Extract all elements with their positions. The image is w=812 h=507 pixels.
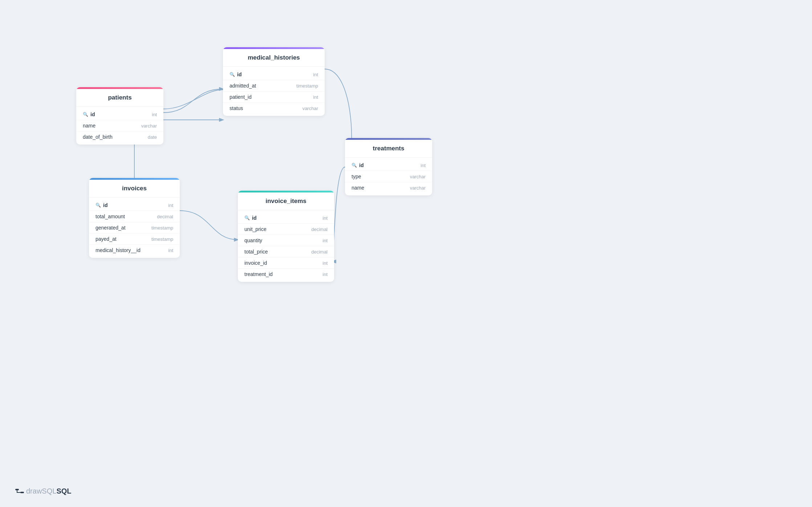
logo-draw-text: drawSQL xyxy=(26,487,56,495)
field-name: quantity xyxy=(244,238,262,243)
field-name: patient_id xyxy=(230,94,252,100)
field-name: admitted_at xyxy=(230,83,256,89)
field-name: total_price xyxy=(244,249,268,255)
table-title-invoice-items: invoice_items xyxy=(238,192,334,210)
field-name: unit_price xyxy=(244,226,267,232)
table-medical-histories[interactable]: medical_histories 🔍 id int admitted_at t… xyxy=(223,47,325,116)
canvas: patients 🔍 id int name varchar date_of_b… xyxy=(0,0,812,507)
field-type: int xyxy=(322,238,328,243)
field-type: int xyxy=(168,203,173,208)
field-name: invoice_id xyxy=(244,260,267,266)
logo-icon xyxy=(15,486,25,496)
table-row[interactable]: 🔍 id int xyxy=(223,69,325,80)
table-row[interactable]: status varchar xyxy=(223,103,325,114)
field-name: status xyxy=(230,105,243,111)
table-rows-invoices: 🔍 id int total_amount decimal generated_… xyxy=(89,198,180,258)
field-name: total_amount xyxy=(96,214,125,219)
pk-icon: 🔍 xyxy=(244,215,250,220)
pk-icon: 🔍 xyxy=(230,72,235,77)
logo-text: drawSQLSQL xyxy=(26,487,72,495)
table-row[interactable]: medical_history__id int xyxy=(89,245,180,256)
table-row[interactable]: name varchar xyxy=(76,120,163,131)
field-name: type xyxy=(352,174,361,179)
field-type: timestamp xyxy=(296,83,318,89)
table-invoice-items[interactable]: invoice_items 🔍 id int unit_price decima… xyxy=(238,191,334,282)
table-row[interactable]: generated_at timestamp xyxy=(89,222,180,234)
field-type: int xyxy=(152,112,157,117)
app-logo: drawSQLSQL xyxy=(15,486,72,496)
field-type: timestamp xyxy=(151,236,173,242)
table-title-treatments: treatments xyxy=(345,140,432,158)
table-title-patients: patients xyxy=(76,89,163,107)
field-type: date xyxy=(148,134,157,140)
table-row[interactable]: type varchar xyxy=(345,171,432,182)
field-name: generated_at xyxy=(96,225,126,231)
table-row[interactable]: 🔍 id int xyxy=(238,212,334,224)
field-name: 🔍 id xyxy=(244,215,256,221)
table-row[interactable]: invoice_id int xyxy=(238,257,334,269)
table-row[interactable]: payed_at timestamp xyxy=(89,234,180,245)
field-type: timestamp xyxy=(151,225,173,231)
table-title-invoices: invoices xyxy=(89,180,180,198)
pk-icon: 🔍 xyxy=(83,112,88,117)
table-row[interactable]: quantity int xyxy=(238,235,334,246)
field-type: decimal xyxy=(311,249,328,255)
field-type: int xyxy=(322,215,328,221)
field-type: int xyxy=(421,163,426,168)
table-treatments[interactable]: treatments 🔍 id int type varchar name va… xyxy=(345,138,432,195)
field-type: varchar xyxy=(410,185,426,191)
table-title-medical-histories: medical_histories xyxy=(223,49,325,67)
table-row[interactable]: 🔍 id int xyxy=(76,109,163,120)
field-name: name xyxy=(352,185,364,191)
table-row[interactable]: treatment_id int xyxy=(238,269,334,280)
field-type: int xyxy=(313,94,318,100)
table-patients[interactable]: patients 🔍 id int name varchar date_of_b… xyxy=(76,87,163,145)
field-name: 🔍 id xyxy=(230,72,241,77)
field-name: date_of_birth xyxy=(83,134,113,140)
pk-icon: 🔍 xyxy=(96,203,101,208)
table-row[interactable]: total_amount decimal xyxy=(89,211,180,222)
field-name: 🔍 id xyxy=(83,111,95,117)
table-rows-treatments: 🔍 id int type varchar name varchar xyxy=(345,158,432,195)
table-rows-medical-histories: 🔍 id int admitted_at timestamp patient_i… xyxy=(223,67,325,116)
field-type: varchar xyxy=(141,123,157,129)
field-type: decimal xyxy=(157,214,173,219)
table-row[interactable]: admitted_at timestamp xyxy=(223,80,325,92)
field-name: name xyxy=(83,123,96,129)
field-name: medical_history__id xyxy=(96,247,141,253)
field-type: int xyxy=(322,260,328,266)
table-row[interactable]: date_of_birth date xyxy=(76,131,163,142)
table-row[interactable]: patient_id int xyxy=(223,92,325,103)
field-type: int xyxy=(168,248,173,253)
logo-sql-text: SQL xyxy=(56,487,71,495)
field-type: int xyxy=(313,72,318,77)
field-type: varchar xyxy=(410,174,426,179)
table-invoices[interactable]: invoices 🔍 id int total_amount decimal g… xyxy=(89,178,180,258)
field-name: payed_at xyxy=(96,236,117,242)
field-name: 🔍 id xyxy=(96,202,107,208)
table-row[interactable]: 🔍 id int xyxy=(345,160,432,171)
table-rows-patients: 🔍 id int name varchar date_of_birth date xyxy=(76,107,163,145)
table-rows-invoice-items: 🔍 id int unit_price decimal quantity int… xyxy=(238,210,334,282)
field-name: treatment_id xyxy=(244,271,273,277)
svg-rect-5 xyxy=(15,489,19,490)
table-row[interactable]: 🔍 id int xyxy=(89,200,180,211)
field-type: decimal xyxy=(311,227,328,232)
table-row[interactable]: unit_price decimal xyxy=(238,224,334,235)
table-row[interactable]: name varchar xyxy=(345,182,432,193)
table-row[interactable]: total_price decimal xyxy=(238,246,334,257)
field-type: int xyxy=(322,272,328,277)
field-type: varchar xyxy=(303,106,318,111)
field-name: 🔍 id xyxy=(352,162,364,168)
pk-icon: 🔍 xyxy=(352,163,357,168)
